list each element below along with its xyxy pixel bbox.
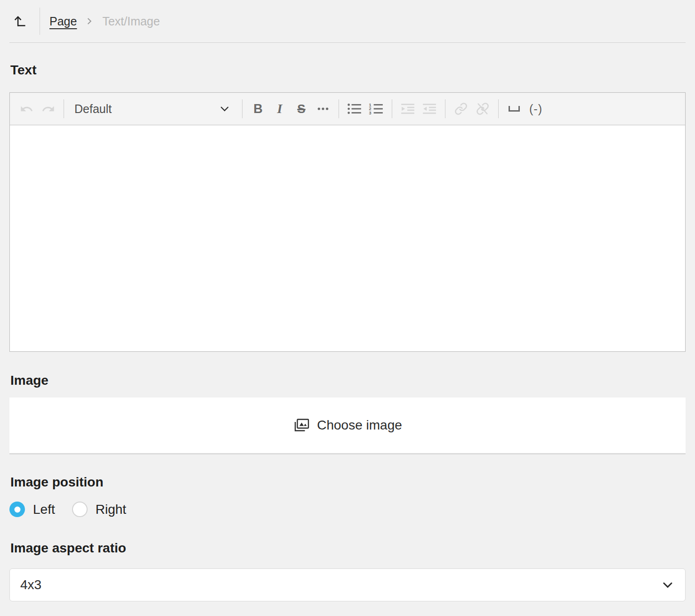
soft-hyphen-button[interactable]: (-) <box>525 97 547 121</box>
image-picker-area[interactable]: Choose image <box>9 397 686 453</box>
toolbar-divider <box>64 99 64 118</box>
ordered-list-button[interactable]: 1 2 3 <box>365 97 387 121</box>
link-button[interactable] <box>450 97 472 121</box>
breadcrumb-current: Text/Image <box>102 15 160 28</box>
chevron-down-icon <box>218 103 231 115</box>
toolbar-divider <box>392 99 392 118</box>
chevron-down-icon <box>661 578 675 592</box>
text-section-heading: Text <box>10 62 695 78</box>
non-breaking-space-icon <box>509 106 520 112</box>
radio-option-left[interactable]: Left <box>9 502 55 517</box>
image-position-options: Left Right <box>9 502 695 517</box>
image-position-heading: Image position <box>10 474 695 490</box>
breadcrumb-bar: Page Text/Image <box>9 0 686 43</box>
navigate-up-button[interactable] <box>9 7 32 35</box>
strikethrough-icon: S <box>297 102 305 116</box>
paragraph-style-select[interactable]: Default <box>69 97 237 121</box>
toolbar-divider <box>498 99 499 118</box>
bullet-list-icon <box>347 103 362 115</box>
unlink-icon <box>476 102 489 115</box>
editor-toolbar: Default B I S <box>10 93 685 125</box>
toolbar-divider <box>445 99 445 118</box>
rich-text-editor-content[interactable] <box>10 125 685 351</box>
radio-option-right[interactable]: Right <box>72 502 126 517</box>
italic-button[interactable]: I <box>269 97 291 121</box>
header-divider <box>40 8 40 35</box>
aspect-ratio-select[interactable]: 4x3 <box>9 568 686 601</box>
italic-icon: I <box>277 101 283 116</box>
undo-icon <box>20 102 33 116</box>
undo-button[interactable] <box>16 97 37 121</box>
unlink-button[interactable] <box>472 97 493 121</box>
strikethrough-button[interactable]: S <box>291 97 312 121</box>
redo-icon <box>41 102 55 116</box>
bullet-list-button[interactable] <box>344 97 365 121</box>
bold-icon: B <box>253 102 263 116</box>
svg-text:3: 3 <box>369 111 372 115</box>
aspect-ratio-value: 4x3 <box>20 577 41 592</box>
non-breaking-space-button[interactable] <box>503 97 525 121</box>
choose-image-button[interactable]: Choose image <box>293 418 402 433</box>
radio-button-left[interactable] <box>9 502 25 517</box>
bold-button[interactable]: B <box>247 97 269 121</box>
soft-hyphen-icon: (-) <box>529 102 542 116</box>
toolbar-divider <box>339 99 339 118</box>
ellipsis-icon <box>317 103 329 115</box>
arrow-level-up-icon <box>13 14 28 29</box>
image-aspect-ratio-heading: Image aspect ratio <box>10 540 695 556</box>
more-options-button[interactable] <box>312 97 334 121</box>
rich-text-editor: Default B I S <box>9 92 686 352</box>
outdent-icon <box>422 103 437 115</box>
paragraph-style-value: Default <box>74 102 112 116</box>
radio-label-right[interactable]: Right <box>96 502 126 517</box>
radio-button-right[interactable] <box>72 502 88 517</box>
ordered-list-icon: 1 2 3 <box>369 103 384 115</box>
choose-image-label: Choose image <box>317 418 402 433</box>
redo-button[interactable] <box>37 97 59 121</box>
chevron-right-icon <box>85 17 94 25</box>
outdent-button[interactable] <box>419 97 440 121</box>
breadcrumb-link-page[interactable]: Page <box>49 15 77 28</box>
link-icon <box>454 102 468 115</box>
photo-library-icon <box>293 418 310 433</box>
toolbar-divider <box>242 99 242 118</box>
image-section-heading: Image <box>10 373 695 389</box>
radio-label-left[interactable]: Left <box>33 502 55 517</box>
indent-icon <box>400 103 415 115</box>
indent-button[interactable] <box>397 97 419 121</box>
